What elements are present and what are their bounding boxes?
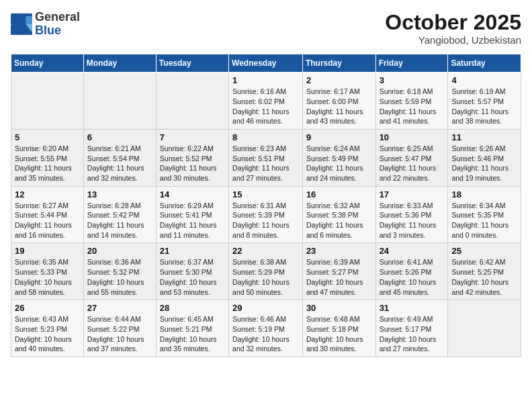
day-detail: Sunrise: 6:26 AMSunset: 5:46 PMDaylight:…	[451, 144, 517, 183]
calendar-table: SundayMondayTuesdayWednesdayThursdayFrid…	[11, 54, 521, 357]
calendar-cell: 29Sunrise: 6:46 AMSunset: 5:19 PMDayligh…	[229, 300, 303, 357]
calendar-week-2: 5Sunrise: 6:20 AMSunset: 5:55 PMDaylight…	[11, 129, 521, 186]
weekday-header-friday: Friday	[375, 54, 448, 73]
day-detail: Sunrise: 6:43 AMSunset: 5:23 PMDaylight:…	[15, 314, 80, 354]
day-detail: Sunrise: 6:18 AMSunset: 5:59 PMDaylight:…	[380, 87, 445, 126]
calendar-cell: 7Sunrise: 6:22 AMSunset: 5:52 PMDaylight…	[156, 129, 228, 186]
calendar-cell: 21Sunrise: 6:37 AMSunset: 5:30 PMDayligh…	[156, 243, 228, 300]
day-detail: Sunrise: 6:28 AMSunset: 5:42 PMDaylight:…	[87, 201, 152, 240]
day-number: 7	[160, 132, 225, 142]
calendar-cell: 15Sunrise: 6:31 AMSunset: 5:39 PMDayligh…	[229, 186, 303, 243]
weekday-header-row: SundayMondayTuesdayWednesdayThursdayFrid…	[11, 54, 521, 73]
day-detail: Sunrise: 6:48 AMSunset: 5:18 PMDaylight:…	[306, 314, 372, 354]
day-number: 3	[380, 75, 445, 85]
day-number: 30	[306, 303, 372, 313]
calendar-cell: 23Sunrise: 6:39 AMSunset: 5:27 PMDayligh…	[302, 243, 375, 300]
calendar-cell: 2Sunrise: 6:17 AMSunset: 6:00 PMDaylight…	[302, 73, 375, 130]
day-detail: Sunrise: 6:37 AMSunset: 5:30 PMDaylight:…	[160, 257, 225, 297]
weekday-header-monday: Monday	[83, 54, 156, 73]
day-detail: Sunrise: 6:24 AMSunset: 5:49 PMDaylight:…	[306, 144, 372, 183]
calendar-cell: 22Sunrise: 6:38 AMSunset: 5:29 PMDayligh…	[229, 243, 303, 300]
svg-marker-2	[26, 16, 32, 24]
weekday-header-tuesday: Tuesday	[156, 54, 228, 73]
calendar-cell: 5Sunrise: 6:20 AMSunset: 5:55 PMDaylight…	[11, 129, 84, 186]
calendar-header: SundayMondayTuesdayWednesdayThursdayFrid…	[11, 54, 521, 73]
calendar-cell: 17Sunrise: 6:33 AMSunset: 5:36 PMDayligh…	[375, 186, 448, 243]
calendar-cell	[156, 73, 228, 130]
day-detail: Sunrise: 6:42 AMSunset: 5:25 PMDaylight:…	[451, 257, 517, 297]
calendar-cell	[448, 300, 521, 357]
day-number: 21	[160, 246, 225, 256]
day-detail: Sunrise: 6:38 AMSunset: 5:29 PMDaylight:…	[232, 257, 299, 297]
calendar-cell: 20Sunrise: 6:36 AMSunset: 5:32 PMDayligh…	[83, 243, 156, 300]
calendar-cell: 4Sunrise: 6:19 AMSunset: 5:57 PMDaylight…	[448, 73, 521, 130]
logo-text: General Blue	[35, 11, 80, 38]
day-number: 26	[15, 303, 80, 313]
day-detail: Sunrise: 6:36 AMSunset: 5:32 PMDaylight:…	[87, 257, 152, 297]
day-detail: Sunrise: 6:31 AMSunset: 5:39 PMDaylight:…	[232, 201, 299, 240]
day-number: 25	[451, 246, 517, 256]
day-number: 23	[306, 246, 372, 256]
logo: General Blue	[11, 11, 80, 38]
day-detail: Sunrise: 6:49 AMSunset: 5:17 PMDaylight:…	[380, 314, 445, 354]
calendar-cell: 26Sunrise: 6:43 AMSunset: 5:23 PMDayligh…	[11, 300, 84, 357]
day-detail: Sunrise: 6:23 AMSunset: 5:51 PMDaylight:…	[232, 144, 299, 183]
day-detail: Sunrise: 6:20 AMSunset: 5:55 PMDaylight:…	[15, 144, 80, 183]
day-number: 8	[232, 132, 299, 142]
day-number: 4	[451, 75, 517, 85]
calendar-cell: 13Sunrise: 6:28 AMSunset: 5:42 PMDayligh…	[83, 186, 156, 243]
day-detail: Sunrise: 6:17 AMSunset: 6:00 PMDaylight:…	[306, 87, 372, 126]
day-detail: Sunrise: 6:29 AMSunset: 5:41 PMDaylight:…	[160, 201, 225, 240]
logo-blue: Blue	[35, 24, 80, 38]
calendar-cell: 27Sunrise: 6:44 AMSunset: 5:22 PMDayligh…	[83, 300, 156, 357]
day-detail: Sunrise: 6:39 AMSunset: 5:27 PMDaylight:…	[306, 257, 372, 297]
calendar-week-3: 12Sunrise: 6:27 AMSunset: 5:44 PMDayligh…	[11, 186, 521, 243]
day-number: 17	[380, 189, 445, 199]
day-detail: Sunrise: 6:22 AMSunset: 5:52 PMDaylight:…	[160, 144, 225, 183]
day-number: 14	[160, 189, 225, 199]
day-detail: Sunrise: 6:19 AMSunset: 5:57 PMDaylight:…	[451, 87, 517, 126]
day-detail: Sunrise: 6:27 AMSunset: 5:44 PMDaylight:…	[15, 201, 80, 240]
calendar-cell: 30Sunrise: 6:48 AMSunset: 5:18 PMDayligh…	[302, 300, 375, 357]
logo-icon	[11, 13, 32, 35]
calendar-cell: 14Sunrise: 6:29 AMSunset: 5:41 PMDayligh…	[156, 186, 228, 243]
day-number: 22	[232, 246, 299, 256]
day-number: 5	[15, 132, 80, 142]
calendar-cell: 8Sunrise: 6:23 AMSunset: 5:51 PMDaylight…	[229, 129, 303, 186]
weekday-header-wednesday: Wednesday	[229, 54, 303, 73]
logo-general: General	[35, 11, 80, 24]
day-detail: Sunrise: 6:44 AMSunset: 5:22 PMDaylight:…	[87, 314, 152, 354]
day-detail: Sunrise: 6:34 AMSunset: 5:35 PMDaylight:…	[451, 201, 517, 240]
day-detail: Sunrise: 6:32 AMSunset: 5:38 PMDaylight:…	[306, 201, 372, 240]
calendar-cell: 16Sunrise: 6:32 AMSunset: 5:38 PMDayligh…	[302, 186, 375, 243]
day-number: 15	[232, 189, 299, 199]
calendar-cell: 12Sunrise: 6:27 AMSunset: 5:44 PMDayligh…	[11, 186, 84, 243]
calendar-cell: 24Sunrise: 6:41 AMSunset: 5:26 PMDayligh…	[375, 243, 448, 300]
day-detail: Sunrise: 6:41 AMSunset: 5:26 PMDaylight:…	[380, 257, 445, 297]
page-header: General Blue October 2025 Yangiobod, Uzb…	[11, 11, 521, 46]
day-number: 11	[451, 132, 517, 142]
day-number: 31	[380, 303, 445, 313]
calendar-cell	[11, 73, 84, 130]
day-number: 2	[306, 75, 372, 85]
calendar-cell: 1Sunrise: 6:16 AMSunset: 6:02 PMDaylight…	[229, 73, 303, 130]
day-number: 18	[451, 189, 517, 199]
day-detail: Sunrise: 6:16 AMSunset: 6:02 PMDaylight:…	[232, 87, 299, 126]
day-number: 28	[160, 303, 225, 313]
day-number: 16	[306, 189, 372, 199]
day-number: 1	[232, 75, 299, 85]
calendar-week-1: 1Sunrise: 6:16 AMSunset: 6:02 PMDaylight…	[11, 73, 521, 130]
calendar-body: 1Sunrise: 6:16 AMSunset: 6:02 PMDaylight…	[11, 73, 521, 357]
weekday-header-sunday: Sunday	[11, 54, 84, 73]
month-title: October 2025	[385, 11, 521, 34]
day-number: 24	[380, 246, 445, 256]
calendar-cell: 9Sunrise: 6:24 AMSunset: 5:49 PMDaylight…	[302, 129, 375, 186]
day-number: 19	[15, 246, 80, 256]
day-number: 20	[87, 246, 152, 256]
calendar-cell: 25Sunrise: 6:42 AMSunset: 5:25 PMDayligh…	[448, 243, 521, 300]
calendar-cell: 31Sunrise: 6:49 AMSunset: 5:17 PMDayligh…	[375, 300, 448, 357]
day-number: 10	[380, 132, 445, 142]
location: Yangiobod, Uzbekistan	[385, 34, 521, 46]
calendar-cell: 28Sunrise: 6:45 AMSunset: 5:21 PMDayligh…	[156, 300, 228, 357]
calendar-week-5: 26Sunrise: 6:43 AMSunset: 5:23 PMDayligh…	[11, 300, 521, 357]
